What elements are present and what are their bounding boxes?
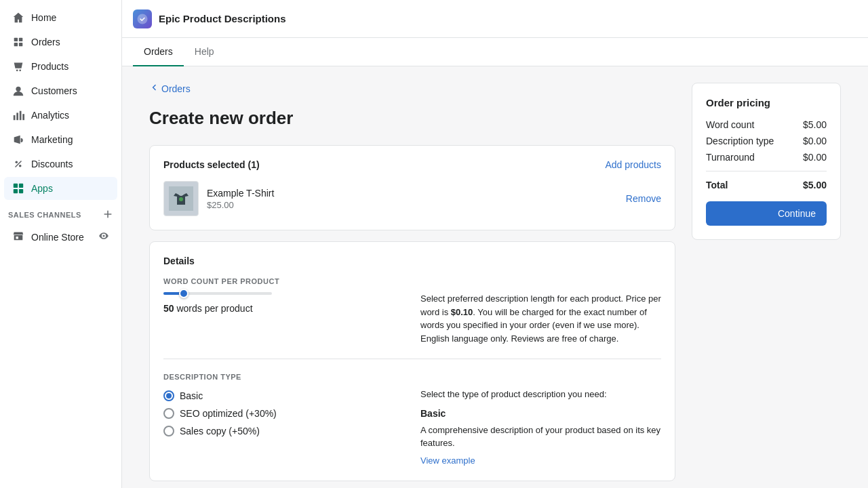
details-card: Details WORD COUNT PER PRODUCT [149, 241, 675, 481]
word-count-label: WORD COUNT PER PRODUCT [163, 277, 661, 285]
svg-rect-2 [14, 43, 18, 46]
tab-help[interactable]: Help [184, 38, 225, 66]
apps-icon [12, 182, 24, 195]
orders-icon [12, 36, 24, 48]
radio-sales-circle [163, 426, 174, 436]
remove-product-link[interactable]: Remove [626, 193, 661, 204]
word-count-slider-container [163, 292, 404, 295]
description-type-section: DESCRIPTION TYPE Basic [163, 373, 661, 467]
desc-basic-text: A comprehensive description of your prod… [420, 424, 661, 450]
store-icon [12, 230, 24, 244]
svg-rect-13 [14, 189, 18, 193]
svg-point-4 [16, 87, 20, 92]
view-example-link[interactable]: View example [420, 455, 475, 466]
sidebar-item-customers-label: Customers [31, 85, 77, 96]
svg-point-15 [138, 14, 148, 24]
radio-seo-circle [163, 408, 174, 419]
add-products-link[interactable]: Add products [606, 159, 662, 170]
svg-rect-0 [14, 38, 18, 41]
pricing-divider [706, 171, 827, 171]
breadcrumb[interactable]: Orders [149, 83, 675, 94]
slider-value: 50 words per product [163, 303, 404, 314]
radio-seo[interactable]: SEO optimized (+30%) [163, 408, 404, 419]
word-count-desc-text: Select preferred description length for … [420, 293, 661, 344]
tab-orders[interactable]: Orders [133, 38, 184, 66]
radio-basic-circle [163, 390, 174, 401]
slider-thumb [179, 289, 189, 298]
svg-rect-6 [16, 113, 18, 120]
sidebar-item-apps[interactable]: Apps [4, 177, 117, 200]
sidebar-item-orders[interactable]: Orders [4, 30, 117, 54]
pricing-total-row: Total $5.00 [706, 180, 827, 190]
svg-rect-5 [14, 115, 16, 120]
pricing-value-desc-type: $0.00 [803, 136, 827, 146]
pricing-value-turnaround: $0.00 [803, 152, 827, 163]
online-store-left: Online Store [12, 230, 84, 244]
svg-rect-12 [19, 184, 23, 188]
svg-rect-7 [20, 111, 22, 121]
product-name: Example T-Shirt [207, 188, 618, 199]
description-type-right: Select the type of product description y… [420, 388, 661, 467]
radio-basic[interactable]: Basic [163, 390, 404, 401]
main-column: Orders Create new order Products selecte… [149, 83, 675, 472]
chevron-left-icon [149, 83, 159, 94]
desc-type-intro: Select the type of product description y… [420, 388, 661, 401]
sidebar-item-online-store[interactable]: Online Store [4, 224, 117, 249]
sidebar-item-marketing-label: Marketing [31, 134, 73, 145]
svg-rect-1 [19, 38, 22, 41]
sales-channels-label: SALES CHANNELS [8, 211, 81, 219]
pricing-label-turnaround: Turnaround [706, 152, 755, 163]
pricing-row-word-count: Word count $5.00 [706, 119, 827, 130]
customers-icon [12, 85, 24, 97]
sidebar-item-products[interactable]: Products [4, 55, 117, 78]
svg-point-17 [179, 197, 183, 201]
sidebar-item-home[interactable]: Home [4, 6, 117, 29]
word-count-left: 50 words per product [163, 292, 404, 345]
word-count-description: Select preferred description length for … [420, 292, 661, 345]
add-sales-channel-icon[interactable] [102, 209, 113, 221]
app-icon [133, 9, 152, 28]
eye-icon[interactable] [98, 230, 109, 243]
sidebar-item-products-label: Products [31, 61, 68, 72]
pricing-card: Order pricing Word count $5.00 Descripti… [692, 83, 841, 240]
product-info: Example T-Shirt $25.00 [207, 188, 618, 210]
sidebar-item-customers[interactable]: Customers [4, 79, 117, 102]
radio-sales[interactable]: Sales copy (+50%) [163, 426, 404, 436]
sales-channels-section: SALES CHANNELS [0, 201, 121, 224]
details-card-title: Details [163, 256, 661, 266]
svg-point-9 [16, 161, 18, 164]
sidebar-item-discounts[interactable]: Discounts [4, 152, 117, 176]
description-type-left: Basic SEO optimized (+30%) Sales copy (+… [163, 388, 404, 467]
sidebar-item-analytics[interactable]: Analytics [4, 104, 117, 127]
sidebar-item-marketing[interactable]: Marketing [4, 128, 117, 151]
slider-track[interactable] [163, 292, 272, 295]
analytics-icon [12, 109, 24, 121]
top-header: Epic Product Descriptions [122, 0, 868, 38]
svg-rect-14 [19, 189, 23, 193]
pricing-total-label: Total [706, 180, 728, 190]
section-divider [163, 359, 661, 359]
sidebar-item-orders-label: Orders [31, 37, 60, 47]
radio-seo-label: SEO optimized (+30%) [180, 408, 277, 419]
page-title: Create new order [149, 108, 675, 129]
svg-rect-8 [22, 114, 24, 120]
online-store-label: Online Store [31, 232, 84, 243]
products-card: Products selected (1) Add products Examp… [149, 145, 675, 230]
sidebar-item-apps-label: Apps [31, 183, 53, 194]
products-icon [12, 60, 24, 73]
pricing-total-value: $5.00 [803, 180, 827, 190]
pricing-label-desc-type: Description type [706, 136, 774, 146]
pricing-row-desc-type: Description type $0.00 [706, 136, 827, 146]
sidebar: Home Orders Products Customers [0, 0, 122, 488]
sidebar-item-home-label: Home [31, 12, 56, 23]
main-content: Epic Product Descriptions Orders Help Or… [122, 0, 868, 488]
word-count-section: WORD COUNT PER PRODUCT 50 w [163, 277, 661, 345]
products-selected-title: Products selected (1) [163, 159, 260, 170]
desc-basic-title: Basic [420, 407, 661, 421]
radio-basic-dot [166, 393, 172, 399]
description-type-inner: Basic SEO optimized (+30%) Sales copy (+… [163, 388, 661, 467]
sidebar-item-discounts-label: Discounts [31, 159, 73, 169]
home-icon [12, 12, 24, 24]
radio-sales-label: Sales copy (+50%) [180, 426, 260, 436]
continue-button[interactable]: Continue [706, 201, 827, 226]
